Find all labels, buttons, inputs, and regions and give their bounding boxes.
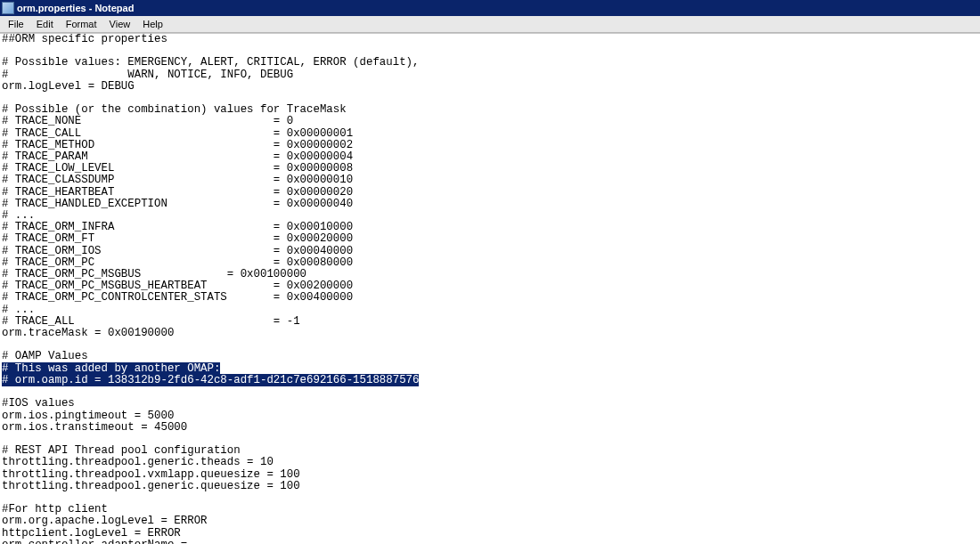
menu-edit[interactable]: Edit xyxy=(30,17,60,31)
menu-format[interactable]: Format xyxy=(60,17,103,31)
text-editor[interactable]: ##ORM specific properties # Possible val… xyxy=(0,34,980,544)
notepad-icon xyxy=(2,2,14,14)
editor-wrap: ##ORM specific properties # Possible val… xyxy=(0,33,980,544)
menu-help[interactable]: Help xyxy=(136,17,169,31)
text-after-selection: #IOS values orm.ios.pingtimeout = 5000 o… xyxy=(2,397,300,544)
menubar: File Edit Format View Help xyxy=(0,16,980,33)
titlebar[interactable]: orm.properties - Notepad xyxy=(0,0,980,16)
menu-view[interactable]: View xyxy=(103,17,137,31)
text-selection-line2: # orm.oamp.id = 138312b9-2fd6-42c8-adf1-… xyxy=(2,374,419,386)
text-selection-line1: # This was added by another OMAP: xyxy=(2,362,220,375)
menu-file[interactable]: File xyxy=(2,17,30,31)
titlebar-text: orm.properties - Notepad xyxy=(17,3,134,13)
notepad-window: orm.properties - Notepad File Edit Forma… xyxy=(0,0,980,544)
text-before-selection: ##ORM specific properties # Possible val… xyxy=(2,34,419,362)
